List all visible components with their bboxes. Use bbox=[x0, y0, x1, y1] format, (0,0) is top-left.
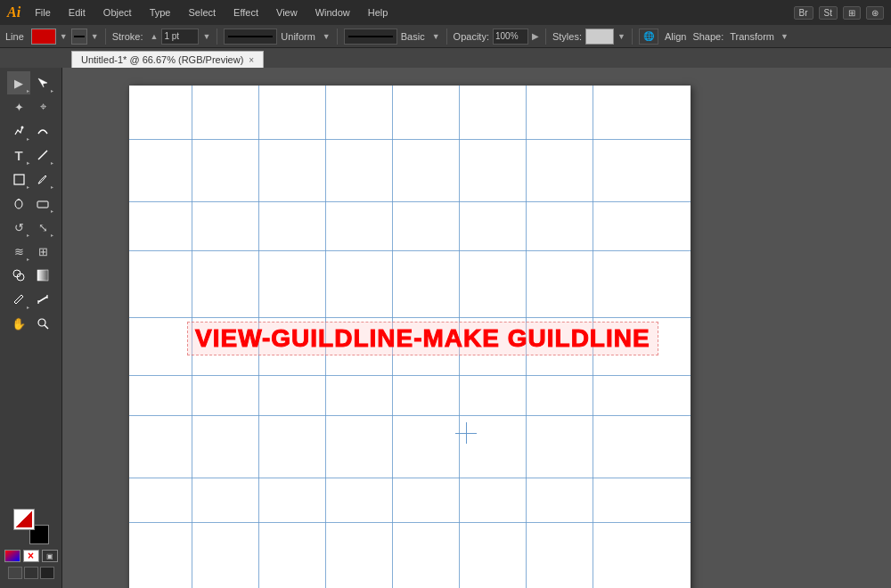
paintbrush-tool[interactable]: ▸ bbox=[31, 167, 54, 191]
title-bar: Ai File Edit Object Type Select Effect V… bbox=[0, 0, 891, 25]
svg-line-12 bbox=[45, 325, 48, 329]
stroke-up-arrow[interactable]: ▲ bbox=[151, 32, 159, 41]
rotate-tool[interactable]: ↺▸ bbox=[7, 216, 30, 239]
direct-selection-tool[interactable]: ▸ bbox=[31, 71, 54, 94]
color-boxes[interactable] bbox=[13, 509, 49, 544]
screen-mode-3[interactable] bbox=[40, 567, 54, 579]
curvature-tool[interactable] bbox=[31, 119, 54, 143]
uniform-arrow[interactable]: ▼ bbox=[323, 32, 331, 41]
screen-mode-row bbox=[8, 567, 54, 579]
menu-help[interactable]: Help bbox=[364, 5, 392, 20]
stroke-label: Stroke: bbox=[112, 31, 143, 42]
tool-row-9 bbox=[7, 264, 54, 287]
screen-mode-1[interactable] bbox=[8, 567, 22, 579]
line-tool[interactable]: ▸ bbox=[31, 143, 54, 167]
eraser-tool[interactable]: ▸ bbox=[31, 192, 54, 215]
stroke-color-swatch[interactable] bbox=[31, 29, 56, 45]
zoom-tool[interactable] bbox=[31, 312, 54, 335]
tool-row-10: ▸ bbox=[7, 288, 54, 311]
left-toolbar: ▶▸ ▸ ✦ ⌖ ▸ T▸ ▸ bbox=[0, 68, 62, 588]
tab-close-button[interactable]: × bbox=[249, 55, 254, 65]
scale-tool[interactable]: ⤡▸ bbox=[31, 216, 54, 239]
app-control-button[interactable]: ⊛ bbox=[866, 6, 884, 20]
selection-tool[interactable]: ▶▸ bbox=[7, 71, 30, 94]
pen-tool[interactable]: ▸ bbox=[7, 119, 30, 143]
shape-builder-tool[interactable] bbox=[7, 264, 30, 287]
artboard: VIEW-GUILDLINE-MAKE GUILDLINE bbox=[129, 86, 691, 588]
menu-effect[interactable]: Effect bbox=[230, 5, 262, 20]
fg-color-swatch[interactable] bbox=[13, 509, 35, 530]
uniform-label: Uniform bbox=[281, 31, 315, 42]
lasso-tool[interactable]: ⌖ bbox=[31, 95, 54, 118]
align-button[interactable]: Align bbox=[662, 31, 689, 42]
measure-tool[interactable] bbox=[31, 288, 54, 311]
title-bar-right: Br St ⊞ ⊛ bbox=[794, 6, 884, 20]
grid-button[interactable]: ⊞ bbox=[843, 6, 861, 20]
canvas-main-text: VIEW-GUILDLINE-MAKE GUILDLINE bbox=[187, 322, 658, 355]
sep3 bbox=[337, 29, 338, 45]
opacity-arrow[interactable]: ▶ bbox=[532, 31, 539, 41]
transform-arrow[interactable]: ▼ bbox=[781, 32, 789, 41]
sep2 bbox=[217, 29, 217, 45]
guideline-h-4 bbox=[129, 317, 691, 318]
color-mode-swatch[interactable]: ▣ bbox=[42, 550, 58, 562]
sep1 bbox=[105, 29, 106, 45]
stroke-unit-arrow[interactable]: ▼ bbox=[202, 32, 210, 41]
canvas-area[interactable]: VIEW-GUILDLINE-MAKE GUILDLINE bbox=[62, 68, 891, 588]
weight-box[interactable] bbox=[71, 29, 87, 45]
opacity-input[interactable] bbox=[493, 29, 528, 45]
tool-row-8: ≋▸ ⊞ bbox=[7, 240, 54, 263]
tool-row-3: ▸ bbox=[7, 119, 54, 143]
web-icon-btn[interactable]: 🌐 bbox=[639, 29, 658, 45]
tool-name-label: Line bbox=[5, 31, 24, 42]
menu-window[interactable]: Window bbox=[312, 5, 354, 20]
sep4 bbox=[446, 29, 447, 45]
svg-line-1 bbox=[38, 151, 47, 159]
warp-tool[interactable]: ≋▸ bbox=[7, 240, 30, 263]
bridge-button[interactable]: Br bbox=[794, 6, 813, 20]
free-transform-tool[interactable]: ⊞ bbox=[31, 240, 54, 263]
svg-point-0 bbox=[21, 127, 24, 129]
hand-tool[interactable]: ✋ bbox=[7, 312, 30, 335]
ai-logo: Ai bbox=[7, 4, 20, 20]
tool-row-7: ↺▸ ⤡▸ bbox=[7, 216, 54, 239]
color-swatches: × ▣ bbox=[1, 503, 61, 584]
color-mode-gradient[interactable] bbox=[4, 550, 20, 562]
sep5 bbox=[545, 29, 546, 45]
svg-line-8 bbox=[38, 297, 47, 302]
styles-swatch[interactable] bbox=[585, 29, 614, 45]
type-tool[interactable]: T▸ bbox=[7, 143, 30, 167]
eyedropper-tool[interactable]: ▸ bbox=[7, 288, 30, 311]
rect-tool[interactable]: ▸ bbox=[7, 167, 30, 191]
menu-object[interactable]: Object bbox=[100, 5, 135, 20]
transform-button[interactable]: Transform bbox=[727, 31, 777, 42]
menu-select[interactable]: Select bbox=[184, 5, 219, 20]
menu-type[interactable]: Type bbox=[146, 5, 175, 20]
tab-bar: Untitled-1* @ 66.67% (RGB/Preview) × bbox=[0, 48, 891, 68]
guideline-h-7 bbox=[129, 478, 691, 478]
tab-title: Untitled-1* @ 66.67% (RGB/Preview) bbox=[81, 54, 243, 65]
screen-mode-2[interactable] bbox=[24, 567, 38, 579]
tool-row-6: ▸ bbox=[7, 192, 54, 215]
style-arrow[interactable]: ▼ bbox=[432, 32, 440, 41]
tool-row-11: ✋ bbox=[7, 312, 54, 335]
magic-wand-tool[interactable]: ✦ bbox=[7, 95, 30, 118]
document-tab[interactable]: Untitled-1* @ 66.67% (RGB/Preview) × bbox=[71, 51, 264, 68]
stroke-style-line[interactable] bbox=[344, 29, 397, 45]
guideline-h-1 bbox=[129, 139, 691, 140]
color-mode-none[interactable]: × bbox=[23, 550, 39, 562]
menu-view[interactable]: View bbox=[273, 5, 301, 20]
svg-rect-2 bbox=[14, 175, 24, 184]
menu-file[interactable]: File bbox=[31, 5, 54, 20]
stroke-weight-input[interactable] bbox=[161, 29, 199, 45]
gradient-tool[interactable] bbox=[31, 264, 54, 287]
blob-brush-tool[interactable] bbox=[7, 192, 30, 215]
weight-arrow[interactable]: ▼ bbox=[91, 32, 99, 41]
tool-row-4: T▸ ▸ bbox=[7, 143, 54, 167]
stock-button[interactable]: St bbox=[819, 6, 838, 20]
stroke-profile-line[interactable] bbox=[224, 29, 277, 45]
stroke-color-arrow[interactable]: ▼ bbox=[60, 32, 68, 41]
menu-edit[interactable]: Edit bbox=[65, 5, 89, 20]
tool-row-2: ✦ ⌖ bbox=[7, 95, 54, 118]
styles-arrow[interactable]: ▼ bbox=[617, 32, 625, 41]
